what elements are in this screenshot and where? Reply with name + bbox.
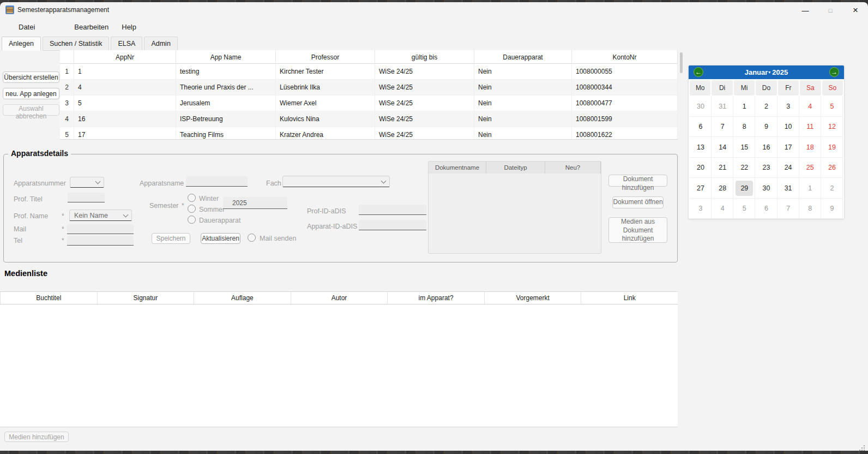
cell-gueltig-bis[interactable]: WiSe 24/25 [375, 64, 474, 80]
calendar-day[interactable]: 8 [799, 199, 821, 219]
calendar-day[interactable]: 30 [690, 96, 712, 117]
cell-kontonr[interactable]: 1008000344 [572, 80, 678, 95]
calendar-day[interactable]: 30 [755, 178, 777, 199]
table-row[interactable]: 2 4 Theorie und Praxis der ... Lüsebrink… [60, 80, 678, 95]
calendar-day[interactable]: 17 [777, 137, 799, 158]
cell-kontonr[interactable]: 1008001622 [572, 127, 678, 140]
calendar-day[interactable]: 21 [712, 158, 733, 178]
calendar-day[interactable]: 31 [777, 178, 799, 199]
calendar-day[interactable]: 9 [755, 117, 777, 138]
calendar-day[interactable]: 23 [755, 158, 777, 178]
mail-field[interactable] [67, 224, 134, 234]
calendar-day[interactable]: 10 [777, 117, 799, 138]
calendar-day[interactable]: 7 [777, 199, 799, 219]
mail-senden-checkbox[interactable] [248, 234, 256, 242]
cell-appname[interactable]: testing [176, 64, 276, 80]
calendar-day[interactable]: 31 [712, 96, 733, 117]
cell-appnr[interactable]: 5 [74, 95, 176, 111]
cell-dauerapparat[interactable]: Nein [474, 127, 572, 140]
medienliste-column-header[interactable]: Link [581, 292, 678, 304]
cell-dauerapparat[interactable]: Nein [474, 95, 572, 111]
calendar-day[interactable]: 12 [821, 117, 843, 138]
cell-kontonr[interactable]: 1008000477 [572, 95, 678, 111]
dauerapparat-radio[interactable] [188, 216, 196, 224]
apparat-id-adis-field[interactable] [359, 220, 426, 230]
resize-grip[interactable] [861, 447, 863, 449]
calendar-day[interactable]: 22 [733, 158, 755, 178]
column-header-appnr[interactable]: AppNr [74, 50, 176, 64]
calendar-day[interactable]: 14 [712, 137, 733, 158]
calendar-day[interactable]: 20 [690, 158, 712, 178]
cell-kontonr[interactable]: 1008001599 [572, 111, 678, 127]
medien-aus-dokument-button[interactable]: Medien aus Dokument hinzufügen [608, 217, 667, 243]
auswahl-abbrechen-button[interactable]: Auswahl abbrechen [3, 104, 59, 116]
cell-appnr[interactable]: 4 [74, 80, 176, 95]
cell-gueltig-bis[interactable]: WiSe 24/25 [375, 95, 474, 111]
scrollbar-thumb[interactable] [680, 52, 683, 73]
medien-hinzufuegen-button[interactable]: Medien hinzufügen [4, 432, 69, 442]
calendar-day[interactable]: 1 [733, 96, 755, 117]
menu-item[interactable]: Help [117, 20, 141, 34]
dokument-hinzufuegen-button[interactable]: Dokument hinzufügen [608, 175, 667, 187]
cell-appname[interactable]: ISP-Betreuung [176, 111, 276, 127]
medienliste-column-header[interactable]: Autor [291, 292, 388, 304]
table-row[interactable]: 4 16 ISP-Betreuung Kulovics Nina WiSe 24… [60, 111, 678, 127]
calendar-day[interactable]: 7 [712, 117, 733, 138]
calendar-prev-icon[interactable]: ← [694, 67, 703, 77]
calendar-day[interactable]: 29 [733, 178, 755, 199]
neue-app-anlegen-button[interactable]: neu. App anlegen [3, 88, 59, 99]
menu-item[interactable]: Bearbeiten [70, 20, 113, 34]
documents-column-header[interactable]: Dateityp [486, 162, 545, 174]
winter-radio[interactable] [188, 194, 196, 202]
calendar-day[interactable]: 19 [821, 137, 843, 158]
documents-column-header[interactable]: Dokumentname [429, 162, 486, 174]
cell-appname[interactable]: Theorie und Praxis der ... [176, 80, 276, 95]
calendar-day[interactable]: 2 [755, 96, 777, 117]
cell-professor[interactable]: Wiemer Axel [276, 95, 375, 111]
medienliste-column-header[interactable]: Buchtitel [0, 292, 97, 304]
fach-select[interactable] [282, 176, 390, 187]
cell-appnr[interactable]: 1 [74, 64, 176, 80]
cell-dauerapparat[interactable]: Nein [474, 64, 572, 80]
apparatsnummer-select[interactable] [70, 177, 104, 188]
calendar-day[interactable]: 11 [799, 117, 821, 138]
calendar-day[interactable]: 25 [799, 158, 821, 178]
calendar-day[interactable]: 4 [799, 96, 821, 117]
calendar-next-icon[interactable]: → [829, 67, 839, 77]
menu-item[interactable]: Datei [14, 20, 39, 34]
uebersicht-erstellen-button[interactable]: Übersicht erstellen [3, 71, 59, 83]
tab[interactable]: Suchen / Statistik [43, 37, 110, 51]
calendar-day[interactable]: 5 [733, 199, 755, 219]
medienliste-column-header[interactable]: im Apparat? [387, 292, 484, 304]
cell-professor[interactable]: Kirchner Tester [276, 64, 375, 80]
calendar-day[interactable]: 26 [821, 158, 843, 178]
cell-appname[interactable]: Jerusalem [176, 95, 276, 111]
calendar-day[interactable]: 3 [690, 199, 712, 219]
speichern-button[interactable]: Speichern [152, 233, 190, 244]
cell-appnr[interactable]: 17 [74, 127, 176, 140]
calendar-day[interactable]: 15 [733, 137, 755, 158]
medienliste-column-header[interactable]: Vorgemerkt [484, 292, 581, 304]
table-row[interactable]: 3 5 Jerusalem Wiemer Axel WiSe 24/25 Nei… [60, 95, 678, 111]
column-header-appname[interactable]: App Name [176, 50, 276, 64]
aktualisieren-button[interactable]: Aktualisieren [201, 233, 240, 244]
column-header-professor[interactable]: Professor [276, 50, 375, 64]
column-header-kontonr[interactable]: KontoNr [572, 50, 678, 64]
calendar-day[interactable]: 27 [690, 178, 712, 199]
prof-id-adis-field[interactable] [359, 205, 426, 215]
calendar-day[interactable]: 6 [690, 117, 712, 138]
calendar-day[interactable]: 9 [821, 199, 843, 219]
calendar-day[interactable]: 18 [799, 137, 821, 158]
cell-dauerapparat[interactable]: Nein [474, 111, 572, 127]
tel-field[interactable] [67, 236, 134, 246]
table-scrollbar[interactable] [680, 52, 683, 139]
cell-professor[interactable]: Lüsebrink Ilka [276, 80, 375, 95]
tab[interactable]: ELSA [111, 37, 142, 51]
calendar-month[interactable]: Januar [745, 68, 768, 76]
column-header-gueltig-bis[interactable]: gültig bis [375, 50, 474, 64]
close-icon[interactable]: × [843, 2, 868, 19]
calendar-day[interactable]: 6 [755, 199, 777, 219]
calendar-day[interactable]: 24 [777, 158, 799, 178]
calendar-day[interactable]: 5 [821, 96, 843, 117]
cell-appnr[interactable]: 16 [74, 111, 176, 127]
